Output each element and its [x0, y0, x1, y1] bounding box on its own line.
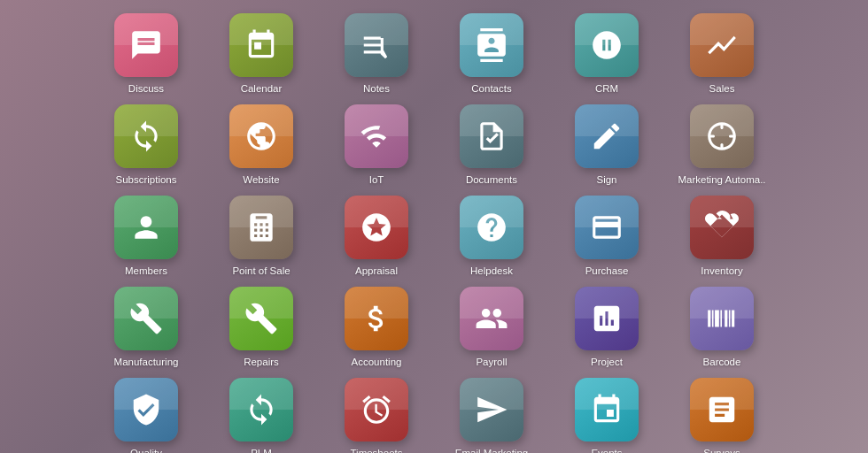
app-label-contacts: Contacts [471, 82, 511, 96]
app-label-inventory: Inventory [701, 265, 742, 278]
app-label-pos: Point of Sale [232, 265, 290, 278]
app-item-calendar[interactable]: Calendar [208, 13, 314, 96]
app-label-crm: CRM [595, 82, 618, 96]
app-icon-website [229, 104, 293, 168]
app-label-sales: Sales [709, 82, 735, 96]
app-label-purchase: Purchase [585, 265, 629, 278]
app-item-repairs[interactable]: Repairs [208, 287, 314, 369]
app-icon-crm [575, 13, 639, 77]
app-icon-pos [229, 196, 293, 259]
app-item-quality[interactable]: Quality [93, 378, 199, 453]
app-label-calendar: Calendar [241, 82, 283, 96]
app-item-members[interactable]: Members [93, 196, 199, 278]
app-icon-repairs [229, 287, 293, 350]
app-item-payroll[interactable]: Payroll [438, 287, 545, 369]
app-item-subscriptions[interactable]: Subscriptions [93, 104, 199, 187]
app-item-contacts[interactable]: Contacts [438, 13, 545, 96]
app-item-notes[interactable]: Notes [323, 13, 430, 96]
app-label-documents: Documents [466, 173, 517, 187]
app-label-events: Events [591, 447, 622, 453]
app-label-subscriptions: Subscriptions [115, 173, 176, 187]
app-icon-contacts [460, 13, 523, 77]
app-icon-events [575, 378, 639, 441]
app-icon-subscriptions [114, 104, 178, 168]
app-item-manufacturing[interactable]: Manufacturing [93, 287, 199, 369]
app-label-plm: PLM [251, 447, 272, 453]
app-label-sign: Sign [596, 173, 616, 187]
app-label-barcode: Barcode [703, 356, 741, 369]
app-icon-inventory [690, 196, 754, 259]
app-label-timesheets: Timesheets [350, 447, 402, 453]
app-item-timesheets[interactable]: Timesheets [323, 378, 430, 453]
app-icon-marketing [690, 104, 754, 168]
app-icon-calendar [229, 13, 293, 77]
app-item-documents[interactable]: Documents [438, 104, 545, 187]
app-icon-project [575, 287, 639, 350]
app-icon-notes [345, 13, 408, 77]
app-item-sales[interactable]: Sales [669, 13, 775, 96]
app-item-purchase[interactable]: Purchase [554, 196, 660, 278]
app-icon-documents [460, 104, 523, 168]
app-label-emailmkt: Email Marketing [455, 447, 528, 453]
app-item-crm[interactable]: CRM [554, 13, 660, 96]
app-item-pos[interactable]: Point of Sale [208, 196, 314, 278]
app-item-surveys[interactable]: Surveys [669, 378, 775, 453]
app-label-surveys: Surveys [703, 447, 740, 453]
app-icon-iot [345, 104, 408, 168]
app-icon-plm [229, 378, 293, 441]
app-label-members: Members [125, 265, 167, 278]
app-icon-manufacturing [114, 287, 178, 350]
app-item-barcode[interactable]: Barcode [669, 287, 775, 369]
app-label-manufacturing: Manufacturing [114, 356, 179, 369]
app-label-payroll: Payroll [476, 356, 507, 369]
app-label-iot: IoT [369, 173, 384, 187]
app-label-quality: Quality [130, 447, 162, 453]
app-icon-payroll [460, 287, 523, 350]
app-icon-emailmkt [460, 378, 523, 441]
app-label-appraisal: Appraisal [355, 265, 398, 278]
app-item-marketing[interactable]: Marketing Automa.. [669, 104, 775, 187]
app-label-helpdesk: Helpdesk [470, 265, 513, 278]
app-icon-sign [575, 104, 639, 168]
app-icon-timesheets [345, 378, 408, 441]
app-icon-members [114, 196, 178, 259]
app-item-events[interactable]: Events [554, 378, 660, 453]
app-label-website: Website [243, 173, 279, 187]
app-item-helpdesk[interactable]: Helpdesk [438, 196, 545, 278]
app-item-inventory[interactable]: Inventory [669, 196, 775, 278]
app-label-project: Project [591, 356, 623, 369]
app-label-accounting: Accounting [352, 356, 402, 369]
app-icon-discuss [114, 13, 178, 77]
app-icon-helpdesk [460, 196, 523, 259]
app-item-appraisal[interactable]: Appraisal [323, 196, 430, 278]
app-item-sign[interactable]: Sign [554, 104, 660, 187]
app-item-website[interactable]: Website [208, 104, 314, 187]
app-label-marketing: Marketing Automa.. [678, 173, 765, 187]
app-label-notes: Notes [363, 82, 390, 96]
app-item-project[interactable]: Project [554, 287, 660, 369]
app-icon-quality [114, 378, 178, 441]
app-label-discuss: Discuss [128, 82, 164, 96]
app-item-discuss[interactable]: Discuss [93, 13, 199, 96]
app-icon-sales [690, 13, 754, 77]
app-label-repairs: Repairs [244, 356, 279, 369]
app-item-iot[interactable]: IoT [323, 104, 430, 187]
app-icon-barcode [690, 287, 754, 350]
app-icon-accounting [345, 287, 408, 350]
app-icon-purchase [575, 196, 639, 259]
app-icon-appraisal [345, 196, 408, 259]
app-item-plm[interactable]: PLM [208, 378, 314, 453]
app-item-emailmkt[interactable]: Email Marketing [438, 378, 545, 453]
app-icon-surveys [690, 378, 754, 441]
app-item-accounting[interactable]: Accounting [323, 287, 430, 369]
app-grid: DiscussCalendarNotesContactsCRMSalesSubs… [75, 4, 793, 453]
